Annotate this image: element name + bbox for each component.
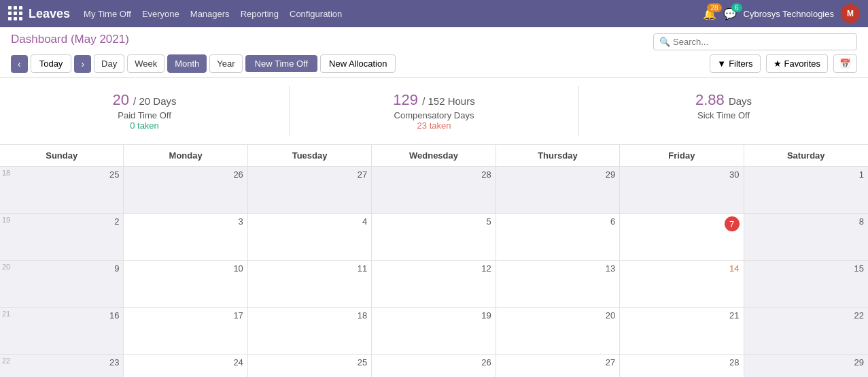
calendar-cell-w4-d4[interactable]: 27 — [496, 355, 620, 377]
today-button[interactable]: Today — [31, 54, 72, 73]
calendar-week-2: 209101112131415 — [0, 261, 868, 308]
favorites-button[interactable]: ★ Favorites — [766, 54, 828, 73]
calendar-cell-w2-d0[interactable]: 209 — [0, 261, 124, 307]
toolbar-left: ‹ Today › Day Week Month Year New Time O… — [11, 54, 396, 73]
calendar-cell-w4-d6[interactable]: 29 — [744, 355, 868, 377]
sick-total: Days — [729, 95, 752, 107]
calendar-cell-w1-d6[interactable]: 8 — [744, 214, 868, 260]
sick-main-num: 2.88 — [695, 91, 725, 108]
calendar-cell-w0-d2[interactable]: 27 — [248, 167, 372, 213]
calendar-cell-w0-d4[interactable]: 29 — [496, 167, 620, 213]
calendar-week-0: 182526272829301 — [0, 167, 868, 214]
week-view-button[interactable]: Week — [127, 54, 164, 73]
week-number: 19 — [2, 216, 10, 224]
calendar-cell-w1-d3[interactable]: 5 — [372, 214, 496, 260]
filter-icon: ▼ — [717, 59, 726, 69]
compensatory-value: 129 / 152 Hours — [290, 91, 578, 109]
header-wednesday: Wednesday — [372, 145, 496, 166]
nav-my-time-off[interactable]: My Time Off — [84, 7, 131, 20]
week-number: 21 — [2, 310, 10, 318]
calendar-cell-w2-d2[interactable]: 11 — [248, 261, 372, 307]
calendar-cell-w4-d1[interactable]: 24 — [124, 355, 247, 377]
next-button[interactable]: › — [74, 55, 91, 73]
summary-sick-time-off: 2.88 Days Sick Time Off — [579, 86, 868, 136]
subheader: Dashboard (May 2021) 🔍 ‹ Today › Day Wee… — [0, 27, 868, 78]
calendar-cell-w4-d0[interactable]: 2223 — [0, 355, 124, 377]
calendar-cell-w3-d1[interactable]: 17 — [124, 308, 247, 354]
paid-taken: 0 taken — [0, 120, 289, 131]
calendar-view-button[interactable]: 📅 — [833, 54, 857, 73]
day-number: 9 — [4, 263, 119, 274]
calendar-cell-w0-d3[interactable]: 28 — [372, 167, 496, 213]
new-allocation-button[interactable]: New Allocation — [320, 54, 396, 73]
calendar-cell-w1-d2[interactable]: 4 — [248, 214, 372, 260]
week-number: 18 — [2, 169, 10, 177]
day-number: 30 — [624, 169, 739, 180]
search-input[interactable] — [673, 37, 851, 47]
calendar-cell-w1-d1[interactable]: 3 — [124, 214, 247, 260]
week-number: 20 — [2, 263, 10, 271]
calendar-cell-w3-d4[interactable]: 20 — [496, 308, 620, 354]
company-name: Cybrosys Technologies — [744, 9, 834, 19]
calendar-cell-w2-d4[interactable]: 13 — [496, 261, 620, 307]
day-number: 7 — [725, 216, 740, 231]
calendar-week-3: 2116171819202122 — [0, 308, 868, 355]
day-number: 11 — [252, 263, 367, 274]
calendar-cell-w3-d6[interactable]: 22 — [744, 308, 868, 354]
calendar-container: Sunday Monday Tuesday Wednesday Thursday… — [0, 145, 868, 377]
calendar-week-1: 192345678 — [0, 214, 868, 261]
calendar-cell-w1-d0[interactable]: 192 — [0, 214, 124, 260]
day-number: 15 — [748, 263, 864, 274]
nav-managers[interactable]: Managers — [190, 7, 230, 20]
nav-everyone[interactable]: Everyone — [142, 7, 179, 20]
sick-value: 2.88 Days — [579, 91, 868, 109]
nav-links: My Time Off Everyone Managers Reporting … — [84, 7, 689, 20]
day-number: 25 — [252, 357, 367, 367]
day-number: 2 — [4, 216, 119, 227]
search-bar[interactable]: 🔍 — [653, 33, 857, 50]
calendar-cell-w2-d5[interactable]: 14 — [620, 261, 744, 307]
day-number: 26 — [376, 357, 491, 367]
filters-button[interactable]: ▼ Filters — [710, 54, 760, 73]
calendar-cell-w4-d5[interactable]: 28 — [620, 355, 744, 377]
day-number: 28 — [624, 357, 739, 367]
day-number: 29 — [748, 357, 864, 367]
calendar-week-4: 2223242526272829 — [0, 355, 868, 377]
calendar-cell-w0-d6[interactable]: 1 — [744, 167, 868, 213]
header-tuesday: Tuesday — [248, 145, 372, 166]
grid-icon — [8, 6, 23, 21]
new-time-off-button[interactable]: New Time Off — [245, 55, 318, 72]
app-logo[interactable]: Leaves — [8, 6, 70, 21]
calendar-cell-w3-d3[interactable]: 19 — [372, 308, 496, 354]
calendar-cell-w2-d6[interactable]: 15 — [744, 261, 868, 307]
calendar-cell-w1-d4[interactable]: 6 — [496, 214, 620, 260]
calendar-cell-w3-d0[interactable]: 2116 — [0, 308, 124, 354]
day-number: 6 — [500, 216, 615, 227]
avatar[interactable]: M — [841, 4, 860, 23]
notification-bell-button[interactable]: 🔔 28 — [703, 7, 716, 20]
prev-button[interactable]: ‹ — [11, 55, 28, 73]
main-content: Dashboard (May 2021) 🔍 ‹ Today › Day Wee… — [0, 27, 868, 377]
calendar-cell-w0-d1[interactable]: 26 — [124, 167, 247, 213]
calendar-cell-w3-d5[interactable]: 21 — [620, 308, 744, 354]
calendar-cell-w1-d5[interactable]: 7 — [620, 214, 744, 260]
calendar-cell-w3-d2[interactable]: 18 — [248, 308, 372, 354]
top-navigation: Leaves My Time Off Everyone Managers Rep… — [0, 0, 868, 27]
day-number: 8 — [748, 216, 864, 227]
day-number: 14 — [624, 263, 739, 274]
nav-configuration[interactable]: Configuration — [290, 7, 342, 20]
calendar-cell-w0-d0[interactable]: 1825 — [0, 167, 124, 213]
year-view-button[interactable]: Year — [209, 54, 242, 73]
day-number: 12 — [376, 263, 491, 274]
day-number: 3 — [128, 216, 243, 227]
nav-reporting[interactable]: Reporting — [241, 7, 279, 20]
notification-badge: 28 — [707, 3, 721, 12]
calendar-cell-w2-d1[interactable]: 10 — [124, 261, 247, 307]
calendar-cell-w2-d3[interactable]: 12 — [372, 261, 496, 307]
calendar-cell-w4-d3[interactable]: 26 — [372, 355, 496, 377]
month-view-button[interactable]: Month — [167, 54, 207, 73]
day-view-button[interactable]: Day — [94, 54, 124, 73]
calendar-cell-w4-d2[interactable]: 25 — [248, 355, 372, 377]
calendar-cell-w0-d5[interactable]: 30 — [620, 167, 744, 213]
chat-button[interactable]: 💬 6 — [723, 7, 737, 20]
